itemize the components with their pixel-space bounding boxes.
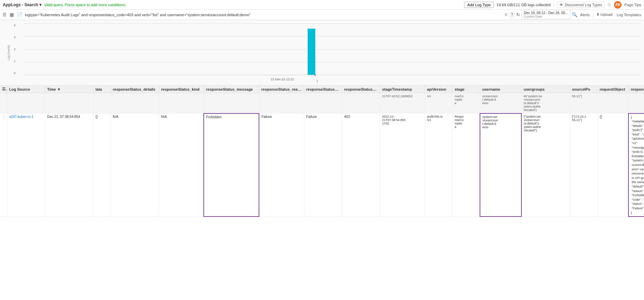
hamburger-col-icon[interactable]: ☰ — [2, 87, 7, 91]
log-source-link[interactable]: s247-kuber-m-1 — [9, 115, 34, 119]
row-stageTimestamp: 2022-12-21T07:38:54.855173Z — [380, 113, 425, 217]
log-templates-button[interactable]: Log Templates — [615, 12, 643, 18]
row-lata: {} — [93, 113, 110, 217]
hamburger-icon[interactable]: ☰ — [1, 12, 8, 18]
clear-search-button[interactable]: ✕ — [504, 12, 508, 17]
col-responseStatus-status-header[interactable]: responseStatus_status — [304, 86, 342, 93]
row-responseStatus-details: N/A — [110, 113, 159, 217]
col-expand-header: ☰ — [0, 86, 7, 93]
merged-details — [110, 93, 159, 113]
add-log-type-button[interactable]: Add Log Type — [464, 2, 494, 8]
merged-log-source — [7, 93, 45, 113]
page-tips-button[interactable]: Page Tips — [624, 3, 641, 7]
col-time-header[interactable]: Time ▼ — [45, 86, 93, 93]
col-responseObject-header[interactable]: responseObject — [628, 86, 644, 93]
app-title-text: AppLogs - Search — [3, 2, 38, 7]
col-responseStatus-message-header[interactable]: responseStatus_message — [204, 86, 259, 93]
row-responseStatus-reason: Failure — [259, 113, 304, 217]
discovered-log-types-label: Discovered Log Types — [565, 3, 602, 7]
merged-code — [342, 93, 380, 113]
merged-apiVersion: /v1 — [425, 93, 452, 113]
date-range-line1: Dec 19, 06:12 - Dec 26, 00... — [524, 11, 568, 15]
merged-stage: nseComplete — [452, 93, 480, 113]
log-table: ☰ Log Source Time ▼ lata responseStatus_… — [0, 86, 644, 217]
row-responseStatus-message: Forbidden — [204, 113, 259, 217]
col-responseStatus-code-header[interactable]: responseStatus_code — [342, 86, 380, 93]
col-requestObject-header[interactable]: requestObject — [597, 86, 628, 93]
merged-time — [45, 93, 93, 113]
x-axis-triangle: ▼ — [314, 74, 317, 77]
y-tick-1: 1 — [14, 59, 19, 63]
y-tick-2: 2 — [14, 48, 19, 51]
merged-stageTimestamp: 21T07:43:52.190865Z — [380, 93, 425, 113]
y-axis-label: Log Events — [7, 45, 10, 60]
dropdown-arrow-icon[interactable]: ▾ — [39, 2, 41, 7]
merged-expand — [0, 93, 7, 113]
row-responseObject: { "metadata" : "{}" "details" : "{"kind"… — [628, 113, 644, 217]
x-axis-marker — [317, 80, 317, 82]
search-bar: ☰ ▦ 📄 ✕ ? ↻ Dec 19, 06:12 - Dec 26, 00..… — [0, 10, 644, 20]
row-usergroups: ["system:serviceaccounts:default"system:… — [521, 113, 570, 217]
row-requestObject: {} — [597, 113, 628, 217]
help-button[interactable]: ? — [509, 12, 515, 18]
chart-inner: 21-Dec-22 12:12 ▼ — [24, 23, 641, 75]
merged-reason — [259, 93, 304, 113]
y-tick-3: 3 — [14, 36, 19, 39]
merged-row: 21T07:43:52.190865Z /v1 nseComplete vice… — [0, 93, 644, 113]
user-avatar[interactable]: AB — [614, 1, 622, 9]
discovered-log-types-button[interactable]: 👁 Discovered Log Types — [557, 2, 605, 8]
grid-icon[interactable]: ▦ — [9, 12, 15, 18]
col-sourceIPs-header[interactable]: sourceIPs — [570, 86, 597, 93]
merged-username: viceaccount:default:demo — [480, 93, 521, 113]
search-submit-button[interactable]: 🔍 — [572, 12, 577, 17]
user-initials: AB — [615, 3, 620, 7]
upload-button[interactable]: ⬆ Upload — [595, 12, 614, 18]
merged-usergroups: ds"system:serviceaccounts:default"system… — [521, 93, 570, 113]
refresh-button[interactable]: ↻ — [516, 12, 520, 17]
y-tick-0: 0 — [14, 71, 19, 75]
chart-container: 21-Dec-22 12:12 ▼ — [21, 20, 644, 85]
table-row: ⋮ s247-kuber-m-1 Dec 21, 07:38:54:854 {}… — [0, 113, 644, 217]
top-bar: AppLogs - Search ▾ Valid query. Press sp… — [0, 0, 644, 10]
merged-requestObject — [597, 93, 628, 113]
chart-bar[interactable] — [308, 29, 315, 75]
row-responseStatus-status: Failure — [304, 113, 342, 217]
col-usergroups-header[interactable]: usergroups — [521, 86, 570, 93]
table-area: ☰ Log Source Time ▼ lata responseStatus_… — [0, 86, 644, 300]
col-stage-header[interactable]: stage — [452, 86, 480, 93]
row-responseStatus-code: 403 — [342, 113, 380, 217]
col-lata-header[interactable]: lata — [93, 86, 110, 93]
row-apiVersion: audit.k8s.io/v1 — [425, 113, 452, 217]
table-header-row: ☰ Log Source Time ▼ lata responseStatus_… — [0, 86, 644, 93]
row-responseStatus-kind: N/A — [159, 113, 204, 217]
row-expand-col[interactable]: ⋮ — [0, 113, 7, 217]
row-dots-icon[interactable]: ⋮ — [2, 115, 6, 119]
date-range-selector[interactable]: Dec 19, 06:12 - Dec 26, 00... Custom Dat… — [521, 10, 570, 19]
col-log-source-header[interactable]: Log Source — [7, 86, 45, 93]
row-sourceIPs: ["172.24.155.11"] — [570, 113, 597, 217]
logs-collected-text: 19.69 GB/111 GB logs collected — [497, 3, 551, 7]
x-axis-label: 21-Dec-22 12:12 — [271, 78, 294, 81]
col-responseStatus-details-header[interactable]: responseStatus_details — [110, 86, 159, 93]
alerts-button[interactable]: Alerts — [579, 12, 591, 18]
col-username-header[interactable]: username — [480, 86, 521, 93]
date-range-line2: Custom Date — [524, 15, 568, 18]
col-responseStatus-kind-header[interactable]: responseStatus_kind — [159, 86, 204, 93]
col-apiVersion-header[interactable]: apiVersion — [425, 86, 452, 93]
file-icon[interactable]: 📄 — [16, 12, 23, 18]
merged-responseObject — [628, 93, 644, 113]
upload-icon: ⬆ — [596, 12, 599, 17]
search-input[interactable] — [25, 13, 503, 17]
row-username: system:serviceaccount:default:demo — [480, 113, 521, 217]
row-log-source: s247-kuber-m-1 — [7, 113, 45, 217]
row-time: Dec 21, 07:38:54:854 — [45, 113, 93, 217]
col-stageTimestamp-header[interactable]: stageTimestamp — [380, 86, 425, 93]
chart-area: Log Events 4 3 2 1 0 21-Dec-22 12:12 ▼ — [0, 20, 644, 86]
row-stage: ResponseComplete — [452, 113, 480, 217]
y-tick-4: 4 — [14, 23, 19, 27]
merged-lata — [93, 93, 110, 113]
merged-message — [204, 93, 259, 113]
valid-query-text: Valid query. Press space to add more con… — [44, 3, 126, 7]
app-title: AppLogs - Search ▾ — [3, 2, 41, 7]
col-responseStatus-reason-header[interactable]: responseStatus_reason — [259, 86, 304, 93]
